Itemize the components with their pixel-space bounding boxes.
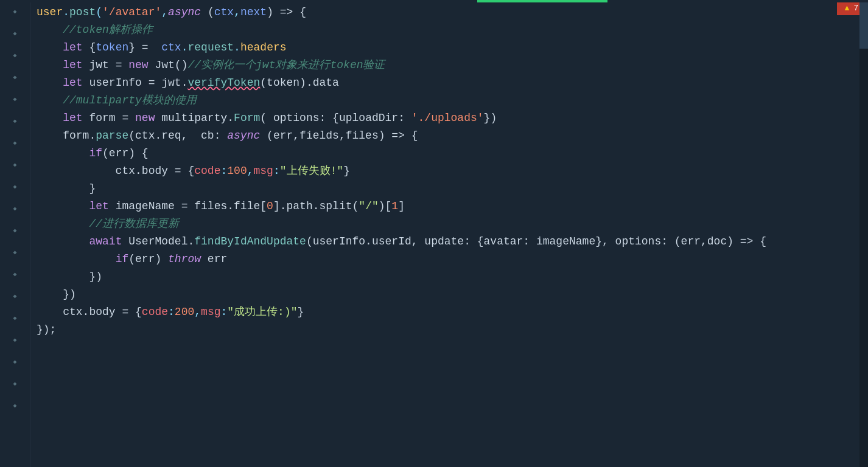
gutter-icon-1: ◆ [11,8,19,16]
token [37,145,89,162]
token: await [89,233,122,251]
token: : [273,162,280,180]
token: new [128,57,148,74]
token: . [234,39,240,57]
token: //进行数据库更新 [37,215,179,233]
token: //实例化一个jwt对象来进行token验证 [187,57,385,74]
token: token [96,39,128,57]
token: msg [254,162,273,180]
token: "/" [359,198,378,215]
gutter-icon-12: ◆ [11,249,19,257]
token: (ctx.req, cb: [128,127,227,145]
code-line-11: } [30,180,868,198]
token: : [220,303,227,321]
code-line-9: if(err) { [30,145,868,162]
token: let [63,74,82,92]
token: . [63,4,69,21]
token: (err) [128,251,168,268]
token: 100 [227,162,247,180]
token: ( [201,4,214,21]
token: let [63,109,82,127]
token: } = [128,39,161,57]
token: (userInfo.userId, update: {avatar: image… [306,233,766,251]
token [37,39,63,57]
token: let [63,57,82,74]
token: ctx.body = { [37,162,194,180]
token: }) [484,109,497,127]
gutter-icon-6: ◆ [11,117,19,126]
token: verifyToken [187,74,260,92]
code-line-14: await UserModel.findByIdAndUpdate(userIn… [30,233,868,251]
token: ctx [214,4,234,21]
token: 200 [175,303,194,321]
token: ) => { [267,4,306,21]
gutter-icon-5: ◆ [11,95,19,104]
token: './uploads' [411,109,484,127]
gutter-icon-4: ◆ [11,74,19,82]
token: let [63,39,82,57]
token: userInfo = jwt. [83,74,188,92]
token: ctx [161,39,181,57]
gutter-icon-3: ◆ [11,52,19,60]
gutter-icon-8: ◆ [11,161,19,170]
token [37,198,89,215]
token: Form [234,109,260,127]
code-line-3: let {token} = ctx.request.headers [30,39,868,57]
token: } [298,303,304,321]
token: next [240,4,267,21]
token: : [168,303,175,321]
token: post [69,4,96,21]
token: )[ [379,198,392,215]
code-line-18: ctx.body = {code:200,msg:"成功上传:)"} [30,303,868,321]
token: (err,fields,files) => { [260,127,418,145]
token: Jwt() [149,57,188,74]
token: (token).data [260,74,339,92]
token: if [116,251,129,268]
token: form = [83,109,135,127]
token: code [194,162,220,180]
code-line-13: //进行数据库更新 [30,215,868,233]
gutter-icon-9: ◆ [11,183,19,192]
token-throw: throw [168,251,201,268]
token: }) [37,268,102,286]
token: imageName = files.file[ [109,198,267,215]
code-line-2: //token解析操作 [30,21,868,39]
code-line-5: let userInfo = jwt.verifyToken(token).da… [30,74,868,92]
code-area[interactable]: user.post('/avatar',async (ctx,next) => … [30,0,868,467]
gutter-icon-17: ◆ [11,358,19,367]
token: }); [37,321,56,339]
token: (err) { [102,145,149,162]
token: "上传失败!" [280,162,343,180]
token: , [234,4,240,21]
token: jwt = [83,57,129,74]
gutter: ◆ ◆ ◆ ◆ ◆ ◆ ◆ ◆ ◆ ◆ ◆ ◆ ◆ ◆ ◆ ◆ ◆ ◆ ◆ [0,0,30,467]
token: ( options: {uploadDir: [260,109,411,127]
gutter-icon-15: ◆ [11,314,19,323]
code-line-16: }) [30,268,868,286]
token: ].path.split( [273,198,359,215]
token: : [220,162,227,180]
token: multiparty. [155,109,234,127]
token: } [343,162,350,180]
token: new [135,109,155,127]
token: 1 [391,198,398,215]
gutter-icon-16: ◆ [11,336,19,345]
code-line-19: }); [30,321,868,339]
code-line-6: //multiparty模块的使用 [30,92,868,109]
editor-container: ▲ 7 ◆ ◆ ◆ ◆ ◆ ◆ ◆ ◆ ◆ ◆ ◆ ◆ ◆ ◆ ◆ ◆ ◆ ◆ … [0,0,868,467]
token [37,74,63,92]
token: parse [96,127,128,145]
token: UserModel. [122,233,194,251]
token: async [168,4,201,21]
token: //multiparty模块的使用 [37,92,197,109]
token: , [161,4,168,21]
scrollbar[interactable] [859,0,868,467]
scrollbar-thumb[interactable] [859,0,868,49]
gutter-icon-11: ◆ [11,227,19,235]
code-line-12: let imageName = files.file[0].path.split… [30,198,868,215]
gutter-icon-14: ◆ [11,292,19,301]
token: ] [398,198,405,215]
token: form. [37,127,96,145]
token: request [187,39,234,57]
code-line-10: ctx.body = {code:100,msg:"上传失败!"} [30,162,868,180]
